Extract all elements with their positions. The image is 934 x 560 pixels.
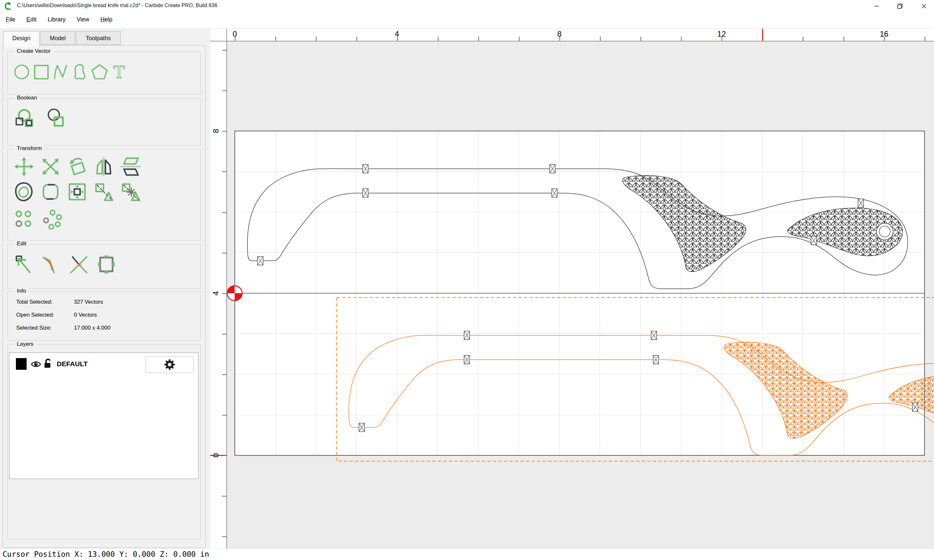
rectangle-tool-icon[interactable]	[32, 63, 50, 82]
move-icon[interactable]	[14, 156, 34, 178]
close-button[interactable]	[917, 1, 931, 11]
group-title: Layers	[14, 341, 36, 348]
boolean-subtract-icon[interactable]	[45, 108, 69, 130]
text-tool-icon[interactable]: T	[110, 63, 128, 82]
menu-edit[interactable]: Edit	[26, 16, 36, 23]
info-open-selected: Open Selected:0 Vectors	[16, 312, 97, 318]
weld-icon[interactable]	[120, 182, 141, 203]
gear-icon	[164, 359, 175, 370]
group-layers: Layers DEFAULT	[8, 345, 201, 539]
mirror-icon[interactable]	[93, 156, 114, 178]
offset-icon[interactable]	[14, 182, 34, 203]
menu-file[interactable]: File	[6, 16, 15, 23]
resize-icon[interactable]	[96, 254, 117, 277]
cursor-position-readout: Cursor Position X: 13.000 Y: 0.000 Z: 0.…	[3, 550, 209, 558]
group-title: Edit	[14, 240, 29, 247]
boolean-union-icon[interactable]	[14, 108, 38, 130]
group-title: Create Vector	[14, 48, 53, 54]
group-boolean: Boolean	[8, 98, 201, 146]
tab-design[interactable]: Design	[3, 31, 40, 47]
fillet-icon[interactable]	[40, 182, 61, 203]
tab-toolpaths[interactable]: Toolpaths	[76, 31, 121, 45]
layer-color-swatch[interactable]	[16, 358, 26, 370]
tab-model[interactable]: Model	[40, 31, 75, 45]
polygon-tool-icon[interactable]	[91, 63, 108, 82]
restore-button[interactable]	[892, 1, 908, 11]
linear-array-icon[interactable]	[14, 209, 34, 231]
inner-offset-icon[interactable]	[67, 182, 88, 203]
ruler-corner	[210, 29, 227, 42]
ruler-label: 8	[210, 125, 222, 137]
info-total-selected: Total Selected:327 Vectors	[16, 299, 103, 305]
layer-settings-button[interactable]	[146, 356, 194, 373]
menu-bar: File Edit Library View Help	[0, 12, 934, 29]
left-ruler: 8 4 0	[210, 42, 227, 549]
group-title: Info	[14, 288, 29, 294]
trim-icon[interactable]	[93, 182, 114, 203]
menu-help[interactable]: Help	[100, 16, 113, 23]
group-title: Boolean	[14, 95, 40, 101]
layer-name: DEFAULT	[57, 360, 88, 368]
break-intersect-icon[interactable]	[68, 254, 90, 277]
info-selected-size: Selected Size:17.000 x 4.000	[16, 325, 110, 331]
group-info: Info Total Selected:327 Vectors Open Sel…	[8, 291, 201, 341]
status-bar: Cursor Position X: 13.000 Y: 0.000 Z: 0.…	[0, 549, 934, 560]
layer-visibility-eye-icon[interactable]	[31, 360, 41, 370]
cursor-y-indicator	[210, 455, 227, 456]
menu-view[interactable]: View	[77, 16, 89, 23]
minimize-button[interactable]	[869, 1, 884, 11]
group-create-vector: Create Vector T	[8, 52, 201, 94]
curve-tool-icon[interactable]	[71, 63, 89, 82]
design-panel: Create Vector T	[3, 45, 206, 548]
menu-library[interactable]: Library	[48, 16, 66, 23]
layer-unlock-icon[interactable]	[44, 358, 54, 371]
node-edit-icon[interactable]	[14, 254, 35, 277]
svg-text:T: T	[114, 63, 125, 80]
group-title: Transform	[14, 145, 45, 152]
flip-icon[interactable]	[120, 156, 141, 178]
job-origin-marker[interactable]	[227, 286, 242, 301]
top-ruler: 0 4 8 12 16	[227, 29, 934, 42]
polyline-tool-icon[interactable]	[52, 63, 69, 82]
ruler-label: 4	[210, 287, 222, 300]
sidebar: Design Model Toolpaths Create Vector	[0, 29, 210, 549]
group-edit: Edit	[8, 244, 201, 289]
rotate-icon[interactable]	[67, 156, 88, 178]
carbide-create-window: C:\Users\willa\Downloads\Single bread kn…	[0, 0, 934, 560]
curve-edit-icon[interactable]	[41, 254, 63, 277]
group-transform: Transform	[8, 149, 201, 241]
title-bar: C:\Users\willa\Downloads\Single bread kn…	[0, 0, 934, 12]
scale-icon[interactable]	[40, 156, 61, 178]
layer-list[interactable]: DEFAULT	[9, 352, 199, 479]
design-canvas[interactable]	[227, 42, 934, 549]
circular-array-icon[interactable]	[40, 209, 63, 231]
app-logo-icon	[4, 2, 12, 12]
circle-tool-icon[interactable]	[13, 63, 31, 82]
cursor-x-indicator	[762, 29, 763, 42]
window-title: C:\Users\willa\Downloads\Single bread kn…	[17, 3, 217, 8]
